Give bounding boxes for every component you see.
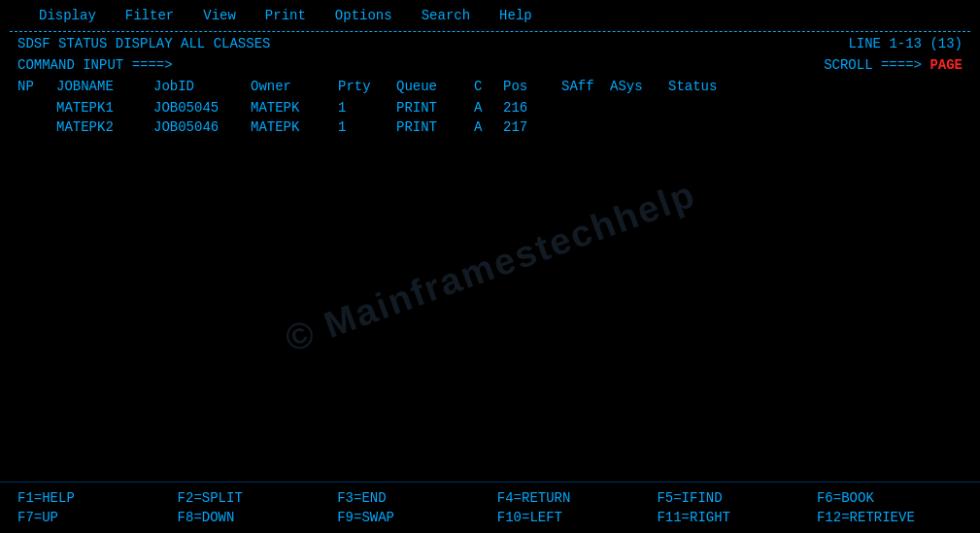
row2-pos: 217 — [503, 119, 561, 135]
row1-saff — [561, 100, 610, 116]
col-jobid: JobID — [153, 79, 251, 94]
fn-f12[interactable]: F12=RETRIEVE — [817, 510, 963, 525]
table-row: MATEPK1 JOB05045 MATEPK 1 PRINT A 216 — [17, 98, 963, 117]
function-row-2: F7=UP F8=DOWN F9=SWAP F10=LEFT F11=RIGHT… — [17, 508, 963, 527]
command-arrow: ====> — [123, 57, 181, 73]
row2-prty: 1 — [338, 119, 396, 135]
status-line: SDSF STATUS DISPLAY ALL CLASSES LINE 1-1… — [0, 32, 980, 55]
fn-f5[interactable]: F5=IFIND — [657, 490, 802, 506]
menu-view[interactable]: View — [203, 8, 236, 23]
col-np: NP — [17, 79, 56, 94]
col-queue: Queue — [396, 79, 474, 94]
row1-asys — [610, 100, 668, 116]
fn-f2[interactable]: F2=SPLIT — [178, 490, 323, 506]
col-saff: SAff — [561, 79, 610, 94]
col-asys: ASys — [610, 79, 668, 94]
row1-owner: MATEPK — [251, 100, 338, 116]
command-input-field[interactable] — [181, 57, 472, 73]
row2-jobname[interactable]: MATEPK2 — [56, 119, 153, 135]
row2-status — [668, 119, 765, 135]
fn-f8[interactable]: F8=DOWN — [178, 510, 323, 525]
scroll-area: SCROLL ====> PAGE — [824, 57, 963, 73]
row1-pos: 216 — [503, 100, 561, 116]
col-pos: Pos — [503, 79, 561, 94]
row1-np — [17, 100, 56, 116]
fn-f7[interactable]: F7=UP — [17, 510, 163, 525]
row1-c: A — [474, 100, 503, 116]
scroll-label: SCROLL — [824, 57, 872, 73]
scroll-value: PAGE — [929, 57, 963, 73]
status-right: LINE 1-13 (13) — [848, 36, 963, 51]
menu-filter[interactable]: Filter — [125, 8, 174, 23]
row1-status — [668, 100, 765, 116]
row1-jobname[interactable]: MATEPK1 — [56, 100, 153, 116]
row2-saff — [561, 119, 610, 135]
menu-display[interactable]: Display — [39, 8, 96, 23]
row2-queue: PRINT — [396, 119, 474, 135]
table-header: NP JOBNAME JobID Owner Prty Queue C Pos … — [17, 75, 963, 98]
function-row-1: F1=HELP F2=SPLIT F3=END F4=RETURN F5=IFI… — [17, 488, 963, 508]
fn-f9[interactable]: F9=SWAP — [337, 510, 483, 525]
command-input-area: COMMAND INPUT ====> — [17, 57, 472, 73]
row1-prty: 1 — [338, 100, 396, 116]
col-status: Status — [668, 79, 765, 94]
row2-jobid: JOB05046 — [153, 119, 251, 135]
row2-asys — [610, 119, 668, 135]
menu-print[interactable]: Print — [265, 8, 306, 23]
fn-f10[interactable]: F10=LEFT — [497, 510, 643, 525]
function-bar: F1=HELP F2=SPLIT F3=END F4=RETURN F5=IFI… — [0, 482, 980, 533]
menu-search[interactable]: Search — [422, 8, 470, 23]
row2-owner: MATEPK — [251, 119, 338, 135]
col-c: C — [474, 79, 503, 94]
row2-c: A — [474, 119, 503, 135]
menu-help[interactable]: Help — [499, 8, 532, 23]
scroll-arrow: ====> — [873, 57, 930, 73]
col-jobname: JOBNAME — [56, 79, 153, 94]
fn-f3[interactable]: F3=END — [337, 490, 483, 506]
command-line: COMMAND INPUT ====> SCROLL ====> PAGE — [0, 55, 980, 75]
row1-queue: PRINT — [396, 100, 474, 116]
menu-bar: Display Filter View Print Options Search… — [0, 0, 980, 31]
row1-jobid: JOB05045 — [153, 100, 251, 116]
row2-np — [17, 119, 56, 135]
command-label: COMMAND INPUT — [17, 57, 123, 73]
col-prty: Prty — [338, 79, 396, 94]
fn-f11[interactable]: F11=RIGHT — [657, 510, 802, 525]
terminal-screen: Display Filter View Print Options Search… — [0, 0, 980, 533]
table-row: MATEPK2 JOB05046 MATEPK 1 PRINT A 217 — [17, 117, 963, 137]
status-left: SDSF STATUS DISPLAY ALL CLASSES — [17, 36, 270, 51]
menu-options[interactable]: Options — [335, 8, 392, 23]
watermark: © Mainframestechhelp — [280, 173, 701, 360]
col-owner: Owner — [251, 79, 338, 94]
table-area: NP JOBNAME JobID Owner Prty Queue C Pos … — [0, 75, 980, 137]
fn-f4[interactable]: F4=RETURN — [497, 490, 643, 506]
fn-f1[interactable]: F1=HELP — [17, 490, 163, 506]
fn-f6[interactable]: F6=BOOK — [817, 490, 963, 506]
